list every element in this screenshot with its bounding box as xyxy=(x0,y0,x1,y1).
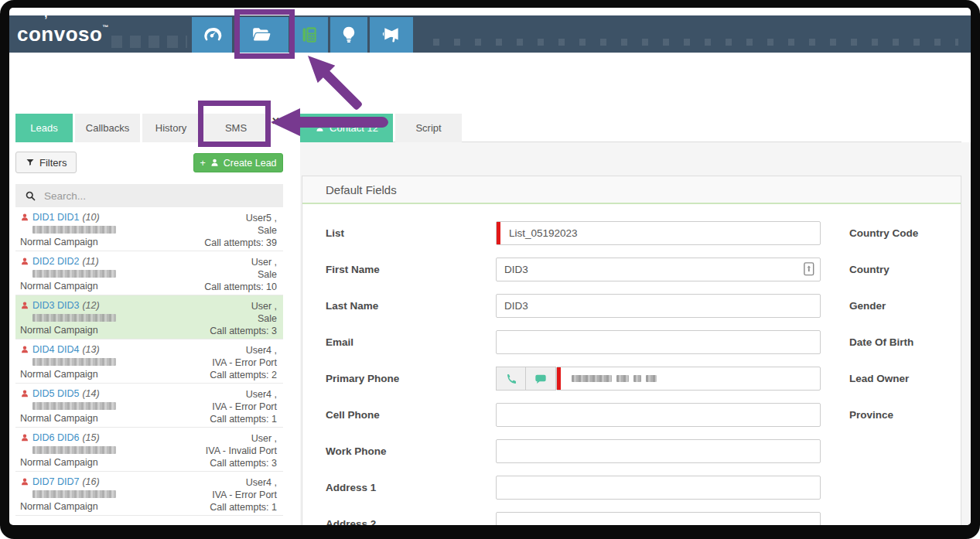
lead-row[interactable]: DID7 DID7 (16) Normal Campaign User4 , I… xyxy=(15,472,283,516)
redacted-navbar-text xyxy=(111,36,187,48)
input-address-1[interactable] xyxy=(496,476,821,500)
lead-status: Sale xyxy=(204,268,277,281)
filters-label: Filters xyxy=(39,157,67,169)
lead-panel-tabs: LeadsCallbacksHistorySMS xyxy=(15,114,270,142)
lead-campaign: Normal Campaign xyxy=(20,236,116,248)
field-label-country: Country xyxy=(849,258,890,281)
lead-row[interactable]: DID5 DID5 (14) Normal Campaign User4 , I… xyxy=(15,384,283,428)
form-row: First Name Country xyxy=(302,254,961,291)
form-row: Address 1 xyxy=(302,472,961,509)
input-cell-phone[interactable] xyxy=(496,403,821,427)
announcements-megaphone-icon[interactable] xyxy=(370,17,413,53)
tab-leads[interactable]: Leads xyxy=(15,114,73,142)
sms-button[interactable] xyxy=(526,367,556,391)
phone-icon xyxy=(505,373,517,385)
field-label-first-name: First Name xyxy=(326,258,380,281)
lead-row[interactable]: DID3 DID3 (12) Normal Campaign User , Sa… xyxy=(15,295,283,339)
close-icon[interactable]: ✕ xyxy=(271,115,280,127)
field-label-work-phone: Work Phone xyxy=(326,439,387,463)
person-icon xyxy=(20,477,29,486)
redacted-phone-number xyxy=(32,402,116,410)
search-input[interactable] xyxy=(44,190,283,202)
field-label-date-of-birth: Date Of Birth xyxy=(849,330,913,354)
lead-agent: User4 , xyxy=(210,388,277,401)
person-icon xyxy=(20,257,29,266)
redacted-phone-number xyxy=(32,226,116,234)
lead-name: DID4 DID4 xyxy=(32,343,79,356)
lead-name: DID3 DID3 xyxy=(32,299,79,312)
input-work-phone[interactable] xyxy=(496,439,821,463)
lead-id: (13) xyxy=(82,343,99,356)
tips-lightbulb-icon[interactable] xyxy=(330,17,367,53)
filters-button[interactable]: Filters xyxy=(15,152,77,173)
lead-name: DID6 DID6 xyxy=(32,432,79,444)
tab-contact-12[interactable]: Contact 12 xyxy=(300,114,393,142)
form-row: Primary Phone Lead Owner xyxy=(302,363,961,400)
field-label-address-2: Address 2 xyxy=(326,512,376,525)
form-row: Address 2 xyxy=(302,509,961,525)
window-frame: conconvosovoso™ LeadsCallbacksHistorySMS… xyxy=(0,0,980,539)
form-row: Work Phone xyxy=(302,436,961,472)
lead-row[interactable]: DID2 DID2 (11) Normal Campaign User , Sa… xyxy=(15,251,283,295)
lead-status: Sale xyxy=(210,312,277,325)
lead-row[interactable]: DID1 DID1 (10) Normal Campaign User5 , S… xyxy=(15,207,283,251)
input-list[interactable] xyxy=(496,221,821,245)
chat-bubble-icon xyxy=(534,373,547,385)
redacted-phone-number xyxy=(32,314,116,322)
input-address-2[interactable] xyxy=(496,512,821,525)
lead-call-attempts: Call attempts: 39 xyxy=(204,237,277,249)
lead-id: (15) xyxy=(82,432,99,444)
lead-campaign: Normal Campaign xyxy=(20,280,116,292)
field-label-province: Province xyxy=(849,403,893,427)
tab-history[interactable]: History xyxy=(142,114,200,142)
create-lead-button[interactable]: + Create Lead xyxy=(193,153,283,172)
tab-sms[interactable]: SMS xyxy=(202,114,270,142)
lead-status: IVA - Error Port xyxy=(210,401,277,413)
call-button[interactable] xyxy=(496,367,526,391)
leads-folder-icon[interactable] xyxy=(234,17,289,53)
input-last-name[interactable] xyxy=(496,294,821,318)
lead-status: IVA - Error Port xyxy=(210,489,277,501)
lead-id: (12) xyxy=(82,299,99,312)
top-navbar: conconvosovoso™ xyxy=(9,15,971,53)
lead-search xyxy=(15,184,283,207)
funnel-icon xyxy=(26,158,35,167)
panel-title: Default Fields xyxy=(302,176,961,204)
lead-status: IVA - Invalid Port xyxy=(206,445,277,457)
redacted-navbar-strip xyxy=(433,39,958,46)
lead-name: DID7 DID7 xyxy=(32,476,79,488)
person-icon xyxy=(20,213,29,222)
lead-name: DID5 DID5 xyxy=(32,387,79,400)
tab-callbacks[interactable]: Callbacks xyxy=(75,114,140,142)
person-icon xyxy=(20,433,29,442)
input-first-name[interactable] xyxy=(496,258,821,281)
lead-campaign: Normal Campaign xyxy=(20,500,116,513)
search-icon xyxy=(25,190,36,202)
tab-script[interactable]: Script xyxy=(395,114,462,142)
form-row: Cell Phone Province xyxy=(302,400,961,436)
person-icon xyxy=(315,123,325,133)
form-row: Email Date Of Birth xyxy=(302,327,961,363)
lead-row[interactable]: DID4 DID4 (13) Normal Campaign User4 , I… xyxy=(15,339,283,384)
annotation-arrow-to-folder-icon xyxy=(299,47,369,117)
required-marker xyxy=(497,222,500,244)
lead-call-attempts: Call attempts: 1 xyxy=(210,501,277,513)
lead-call-attempts: Call attempts: 10 xyxy=(204,281,277,293)
lead-row[interactable]: DID6 DID6 (15) Normal Campaign User , IV… xyxy=(15,428,283,472)
redacted-phone-number xyxy=(32,358,116,366)
field-label-gender: Gender xyxy=(849,294,886,318)
person-icon xyxy=(20,301,29,310)
redacted-phone-number xyxy=(32,270,116,278)
phone-system-icon[interactable] xyxy=(291,17,328,53)
field-label-email: Email xyxy=(326,330,353,354)
field-label-address-1: Address 1 xyxy=(326,476,376,500)
form-row: List Country Code xyxy=(302,218,961,254)
lead-call-attempts: Call attempts: 3 xyxy=(206,457,277,469)
lead-id: (10) xyxy=(82,211,99,223)
lead-agent: User , xyxy=(204,256,277,268)
dashboard-gauge-icon[interactable] xyxy=(192,17,232,53)
input-email[interactable] xyxy=(496,330,821,354)
redacted-phone-number xyxy=(32,490,116,498)
lead-call-attempts: Call attempts: 1 xyxy=(210,413,277,425)
lead-call-attempts: Call attempts: 3 xyxy=(210,325,277,337)
